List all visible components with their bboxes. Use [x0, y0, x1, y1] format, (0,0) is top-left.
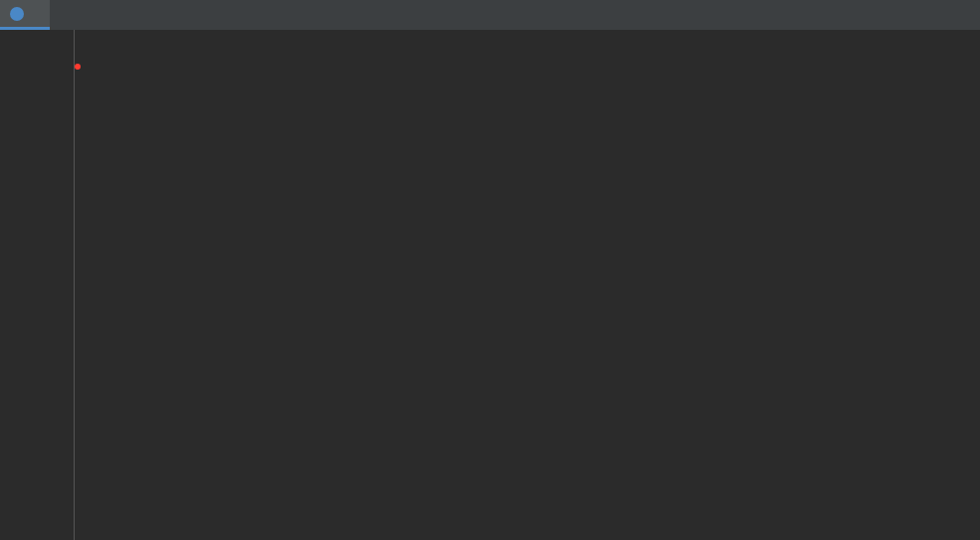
code-editor[interactable]: [0, 30, 980, 540]
class-file-icon: [10, 7, 24, 21]
code-area[interactable]: [75, 30, 980, 540]
file-tab[interactable]: [0, 0, 50, 30]
line-number-gutter: [0, 30, 40, 540]
highlight-box: [75, 64, 81, 70]
tab-bar: [0, 0, 980, 31]
icon-gutter: [40, 30, 74, 540]
